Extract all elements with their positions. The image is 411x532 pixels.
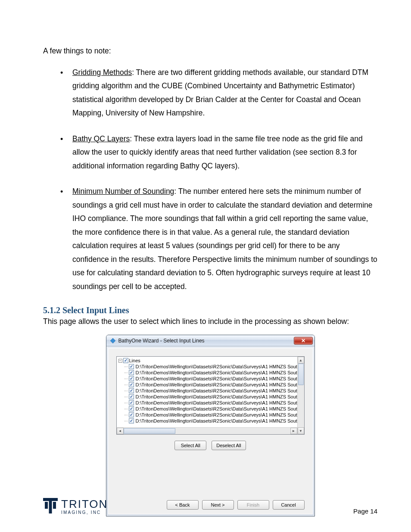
checkbox[interactable]: ✓	[129, 370, 134, 375]
line-path: D:\TritonDemos\Wellington\Datasets\R2Son…	[136, 418, 297, 424]
bullet-label: Gridding Methods	[72, 68, 132, 77]
line-path: D:\TritonDemos\Wellington\Datasets\R2Son…	[136, 364, 297, 370]
wizard-dialog: BathyOne Wizard - Select Input Lines ✕ −…	[106, 335, 315, 516]
tree-line-item[interactable]: ✓D:\TritonDemos\Wellington\Datasets\R2So…	[125, 400, 297, 406]
horizontal-scrollbar[interactable]: ◄ ►	[117, 427, 297, 434]
checkbox[interactable]: ✓	[129, 364, 134, 369]
scroll-left-icon[interactable]: ◄	[117, 428, 124, 434]
checkbox[interactable]: ✓	[123, 358, 128, 363]
svg-rect-1	[43, 498, 58, 501]
tree-line-item[interactable]: ✓D:\TritonDemos\Wellington\Datasets\R2So…	[125, 418, 297, 424]
line-path: D:\TritonDemos\Wellington\Datasets\R2Son…	[136, 376, 297, 382]
checkbox[interactable]: ✓	[129, 406, 134, 411]
tree-line-item[interactable]: ✓D:\TritonDemos\Wellington\Datasets\R2So…	[125, 370, 297, 376]
scroll-down-icon[interactable]: ▼	[298, 427, 304, 434]
scroll-up-icon[interactable]: ▲	[298, 357, 304, 364]
tree-root-node[interactable]: − ✓ Lines	[118, 358, 297, 364]
page-number: Page 14	[353, 507, 377, 515]
line-path: D:\TritonDemos\Wellington\Datasets\R2Son…	[136, 394, 297, 400]
line-path: D:\TritonDemos\Wellington\Datasets\R2Son…	[136, 412, 297, 418]
tree-root-label: Lines	[129, 358, 140, 364]
close-button[interactable]: ✕	[294, 337, 313, 345]
checkbox[interactable]: ✓	[129, 376, 134, 381]
deselect-all-button[interactable]: Deselect All	[212, 441, 246, 450]
svg-rect-4	[53, 502, 56, 509]
intro-text: A few things to note:	[43, 47, 377, 56]
checkbox[interactable]: ✓	[129, 388, 134, 393]
bullet-body: : The number entered here sets the minim…	[72, 187, 377, 291]
section-heading: 5.1.2 Select Input Lines	[43, 305, 377, 315]
svg-marker-0	[110, 338, 115, 343]
line-path: D:\TritonDemos\Wellington\Datasets\R2Son…	[136, 388, 297, 394]
logo-icon	[43, 498, 58, 515]
tree-line-item[interactable]: ✓D:\TritonDemos\Wellington\Datasets\R2So…	[125, 412, 297, 418]
line-path: D:\TritonDemos\Wellington\Datasets\R2Son…	[136, 370, 297, 376]
checkbox[interactable]: ✓	[129, 394, 134, 399]
select-all-button[interactable]: Select All	[174, 441, 206, 450]
vertical-scrollbar[interactable]: ▲ ▼	[297, 357, 304, 434]
checkbox[interactable]: ✓	[129, 418, 134, 423]
scroll-thumb[interactable]	[298, 364, 304, 385]
checkbox[interactable]: ✓	[129, 400, 134, 405]
tree-line-item[interactable]: ✓D:\TritonDemos\Wellington\Datasets\R2So…	[125, 364, 297, 370]
brand-subtitle: IMAGING, INC	[61, 510, 108, 515]
dialog-titlebar[interactable]: BathyOne Wizard - Select Input Lines ✕	[106, 335, 314, 346]
tree-line-item[interactable]: ✓D:\TritonDemos\Wellington\Datasets\R2So…	[125, 394, 297, 400]
brand-name: TRITON	[61, 498, 108, 510]
svg-rect-3	[45, 502, 48, 509]
bullet-label: Bathy QC Layers	[72, 134, 130, 143]
tree-line-item[interactable]: ✓D:\TritonDemos\Wellington\Datasets\R2So…	[125, 382, 297, 388]
bullet-bathy-qc-layers: Bathy QC Layers: These extra layers load…	[60, 132, 377, 173]
notes-list: Gridding Methods: There are two differen…	[43, 66, 377, 294]
tree-line-item[interactable]: ✓D:\TritonDemos\Wellington\Datasets\R2So…	[125, 406, 297, 412]
lines-tree[interactable]: − ✓ Lines ✓D:\TritonDemos\Wellington\Dat…	[116, 356, 305, 435]
dialog-title: BathyOne Wizard - Select Input Lines	[118, 338, 205, 344]
scroll-right-icon[interactable]: ►	[290, 428, 297, 434]
checkbox[interactable]: ✓	[129, 382, 134, 387]
tree-line-item[interactable]: ✓D:\TritonDemos\Wellington\Datasets\R2So…	[125, 376, 297, 382]
app-icon	[110, 338, 116, 344]
bullet-minimum-number-sounding: Minimum Number of Sounding: The number e…	[60, 185, 377, 293]
bullet-label: Minimum Number of Sounding	[72, 187, 174, 196]
line-path: D:\TritonDemos\Wellington\Datasets\R2Son…	[136, 406, 297, 412]
tree-line-item[interactable]: ✓D:\TritonDemos\Wellington\Datasets\R2So…	[125, 388, 297, 394]
svg-rect-5	[45, 501, 48, 502]
close-icon: ✕	[301, 338, 305, 344]
scroll-hthumb[interactable]	[124, 428, 175, 434]
collapse-icon[interactable]: −	[118, 359, 122, 363]
line-path: D:\TritonDemos\Wellington\Datasets\R2Son…	[136, 400, 297, 406]
checkbox[interactable]: ✓	[129, 412, 134, 417]
line-path: D:\TritonDemos\Wellington\Datasets\R2Son…	[136, 382, 297, 388]
section-intro: This page allows the user to select whic…	[43, 317, 377, 326]
svg-rect-2	[49, 501, 52, 513]
svg-rect-6	[53, 501, 56, 502]
brand-logo: TRITON IMAGING, INC	[43, 498, 108, 515]
bullet-gridding-methods: Gridding Methods: There are two differen…	[60, 66, 377, 120]
